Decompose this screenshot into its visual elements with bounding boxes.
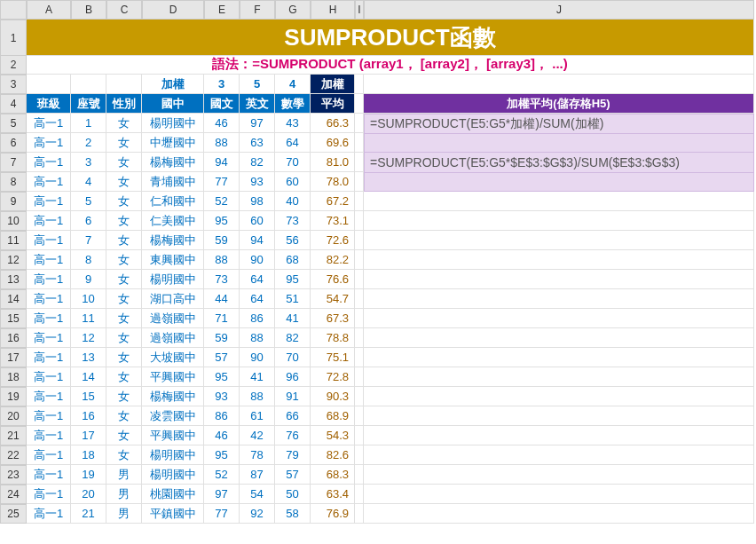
data-cell[interactable]: 女 xyxy=(106,387,142,406)
data-cell[interactable]: 73 xyxy=(275,211,311,231)
data-cell[interactable]: 94 xyxy=(204,153,240,172)
data-cell[interactable]: 楊明國中 xyxy=(142,270,204,289)
data-cell[interactable]: 18 xyxy=(71,445,106,465)
row-header[interactable]: 16 xyxy=(0,328,27,348)
row-header[interactable]: 14 xyxy=(0,289,27,309)
data-cell[interactable]: 70 xyxy=(275,153,311,172)
data-cell[interactable]: 女 xyxy=(106,406,142,426)
row-header[interactable]: 17 xyxy=(0,348,27,367)
weighted-avg-cell[interactable]: 82.2 xyxy=(311,250,355,270)
data-cell[interactable]: 52 xyxy=(204,465,240,485)
weighted-avg-cell[interactable]: 63.4 xyxy=(311,485,355,504)
row-header[interactable]: 3 xyxy=(0,75,27,94)
data-cell[interactable]: 仁和國中 xyxy=(142,192,204,211)
data-cell[interactable]: 高一1 xyxy=(27,231,71,250)
data-cell[interactable]: 92 xyxy=(240,504,275,524)
data-cell[interactable]: 64 xyxy=(275,133,311,153)
weighted-avg-cell[interactable]: 81.0 xyxy=(311,153,355,172)
data-cell[interactable]: 95 xyxy=(204,367,240,387)
data-cell[interactable]: 50 xyxy=(275,485,311,504)
data-cell[interactable]: 52 xyxy=(204,192,240,211)
data-cell[interactable]: 楊梅國中 xyxy=(142,387,204,406)
data-cell[interactable]: 女 xyxy=(106,289,142,309)
weighted-avg-cell[interactable]: 66.3 xyxy=(311,114,355,133)
data-cell[interactable]: 高一1 xyxy=(27,445,71,465)
row-header[interactable]: 1 xyxy=(0,20,27,57)
data-cell[interactable]: 楊明國中 xyxy=(142,445,204,465)
column-header[interactable]: G xyxy=(275,0,311,20)
data-cell[interactable]: 77 xyxy=(204,172,240,192)
data-cell[interactable]: 9 xyxy=(71,270,106,289)
data-cell[interactable]: 58 xyxy=(275,504,311,524)
weighted-avg-cell[interactable]: 67.3 xyxy=(311,309,355,328)
data-cell[interactable]: 1 xyxy=(71,114,106,133)
row-header[interactable]: 11 xyxy=(0,231,27,250)
data-cell[interactable]: 高一1 xyxy=(27,504,71,524)
data-cell[interactable]: 17 xyxy=(71,426,106,445)
data-cell[interactable]: 51 xyxy=(275,289,311,309)
column-header[interactable]: E xyxy=(204,0,240,20)
column-header[interactable]: I xyxy=(355,0,364,20)
data-cell[interactable]: 43 xyxy=(275,114,311,133)
data-cell[interactable]: 64 xyxy=(240,289,275,309)
data-cell[interactable]: 平興國中 xyxy=(142,426,204,445)
data-cell[interactable]: 過嶺國中 xyxy=(142,309,204,328)
data-cell[interactable]: 女 xyxy=(106,211,142,231)
data-cell[interactable]: 21 xyxy=(71,504,106,524)
column-header[interactable]: B xyxy=(71,0,106,20)
data-cell[interactable]: 59 xyxy=(204,328,240,348)
data-cell[interactable]: 88 xyxy=(204,133,240,153)
data-cell[interactable]: 女 xyxy=(106,153,142,172)
column-header[interactable]: A xyxy=(27,0,71,20)
data-cell[interactable]: 14 xyxy=(71,367,106,387)
data-cell[interactable]: 青埔國中 xyxy=(142,172,204,192)
data-cell[interactable]: 女 xyxy=(106,231,142,250)
data-cell[interactable]: 男 xyxy=(106,485,142,504)
data-cell[interactable]: 78 xyxy=(240,445,275,465)
weighted-avg-cell[interactable]: 75.1 xyxy=(311,348,355,367)
data-cell[interactable]: 11 xyxy=(71,309,106,328)
data-cell[interactable]: 95 xyxy=(204,211,240,231)
data-cell[interactable]: 3 xyxy=(71,153,106,172)
row-header[interactable]: 13 xyxy=(0,270,27,289)
data-cell[interactable]: 女 xyxy=(106,309,142,328)
data-cell[interactable]: 高一1 xyxy=(27,192,71,211)
data-cell[interactable]: 高一1 xyxy=(27,387,71,406)
data-cell[interactable]: 女 xyxy=(106,172,142,192)
data-cell[interactable]: 46 xyxy=(204,114,240,133)
data-cell[interactable]: 男 xyxy=(106,504,142,524)
data-cell[interactable]: 女 xyxy=(106,133,142,153)
data-cell[interactable]: 20 xyxy=(71,485,106,504)
data-cell[interactable]: 桃園國中 xyxy=(142,485,204,504)
data-cell[interactable]: 88 xyxy=(240,387,275,406)
row-header[interactable]: 19 xyxy=(0,387,27,406)
weighted-avg-cell[interactable]: 68.9 xyxy=(311,406,355,426)
data-cell[interactable]: 96 xyxy=(275,367,311,387)
data-cell[interactable]: 楊梅國中 xyxy=(142,231,204,250)
data-cell[interactable]: 91 xyxy=(275,387,311,406)
data-cell[interactable]: 86 xyxy=(204,406,240,426)
weighted-avg-cell[interactable]: 90.3 xyxy=(311,387,355,406)
data-cell[interactable]: 楊明國中 xyxy=(142,465,204,485)
data-cell[interactable]: 59 xyxy=(204,231,240,250)
data-cell[interactable]: 12 xyxy=(71,328,106,348)
row-header[interactable]: 7 xyxy=(0,153,27,172)
data-cell[interactable]: 女 xyxy=(106,328,142,348)
data-cell[interactable]: 過嶺國中 xyxy=(142,328,204,348)
data-cell[interactable]: 高一1 xyxy=(27,153,71,172)
weighted-avg-cell[interactable]: 78.0 xyxy=(311,172,355,192)
data-cell[interactable]: 41 xyxy=(275,309,311,328)
row-header[interactable]: 25 xyxy=(0,504,27,524)
weighted-avg-cell[interactable]: 67.2 xyxy=(311,192,355,211)
row-header[interactable]: 5 xyxy=(0,114,27,133)
data-cell[interactable]: 71 xyxy=(204,309,240,328)
data-cell[interactable]: 82 xyxy=(240,153,275,172)
data-cell[interactable]: 4 xyxy=(71,172,106,192)
column-header[interactable]: H xyxy=(311,0,355,20)
data-cell[interactable]: 女 xyxy=(106,426,142,445)
data-cell[interactable]: 57 xyxy=(275,465,311,485)
data-cell[interactable]: 93 xyxy=(240,172,275,192)
data-cell[interactable]: 42 xyxy=(240,426,275,445)
data-cell[interactable]: 高一1 xyxy=(27,133,71,153)
data-cell[interactable]: 男 xyxy=(106,465,142,485)
